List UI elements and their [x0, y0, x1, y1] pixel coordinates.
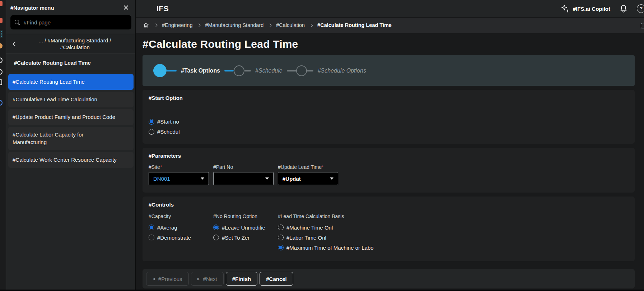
- radio-unselected-icon: [213, 235, 219, 240]
- step-label-schedule-options: #Schedule Options: [318, 68, 366, 74]
- step-dot-schedule[interactable]: [234, 65, 244, 76]
- main-area: IFS #IFS.ai Copilot ?: [136, 0, 644, 290]
- radio-unselected-icon: [149, 235, 154, 240]
- breadcrumb-current: #Calculate Routing Lead Time: [317, 22, 392, 28]
- chevron-right-icon: [154, 23, 158, 27]
- field-site: #Site* DN001: [149, 164, 209, 185]
- no-routing-option-group: #No Routing Option #Leave Unmodifie #Set…: [213, 213, 271, 253]
- radio-maximum-time-of-machine-or-labor[interactable]: #Maximum Time of Machine or Labo: [278, 242, 429, 253]
- nav-item-cumulative-lead-time-calculation[interactable]: #Cumulative Lead Time Calculation: [8, 92, 134, 107]
- bell-icon: [620, 4, 627, 13]
- no-routing-option-label: #No Routing Option: [213, 213, 271, 219]
- page-content: #Calculate Routing Lead Time #Task Optio…: [136, 33, 644, 288]
- next-button[interactable]: ▶ #Next: [191, 272, 224, 286]
- breadcrumb-manufacturing-standard[interactable]: #Manufacturing Standard: [205, 22, 263, 28]
- search-placeholder: #Find page: [24, 19, 51, 26]
- step-connector: [224, 70, 234, 71]
- radio-selected-icon: [149, 225, 154, 230]
- triangle-left-icon: ◀: [153, 277, 155, 281]
- nav-item-calculate-routing-lead-time[interactable]: #Calculate Routing Lead Time: [8, 74, 134, 90]
- step-dot-task-options[interactable]: [153, 64, 167, 77]
- blue-ring-icon[interactable]: [0, 100, 3, 106]
- ring-icon[interactable]: [0, 57, 3, 63]
- radio-unselected-icon: [149, 129, 154, 135]
- breadcrumb: #Engineering #Manufacturing Standard #Ca…: [136, 17, 644, 33]
- part-no-label: #Part No: [213, 164, 274, 170]
- chevron-down-icon: [330, 177, 333, 180]
- navigator-menu-panel: #Navigator menu #Find page ... / #Manufa…: [6, 0, 136, 290]
- controls-title: #Controls: [149, 202, 629, 208]
- part-no-dropdown[interactable]: [213, 172, 274, 185]
- site-dropdown[interactable]: DN001: [149, 172, 209, 185]
- field-part-no: #Part No: [213, 164, 274, 185]
- bottom-edge: [0, 290, 644, 291]
- radio-selected-icon: [149, 119, 154, 125]
- finish-button[interactable]: #Finish: [226, 272, 258, 286]
- radio-machine-time-only[interactable]: #Machine Time Onl: [278, 222, 429, 232]
- nav-item-update-product-family-and-product-code[interactable]: #Update Product Family and Product Code: [8, 109, 134, 125]
- copilot-button[interactable]: #IFS.ai Copilot: [561, 4, 610, 13]
- field-update-lead-time: #Update Lead Time* #Updat: [278, 164, 338, 185]
- page-title: #Calculate Routing Lead Time: [143, 38, 635, 50]
- ifs-logo[interactable]: IFS: [141, 3, 169, 15]
- wizard-stepper: #Task Options #Schedule #Schedule Option…: [143, 55, 635, 86]
- radio-unselected-icon: [278, 235, 284, 240]
- find-page-search-input[interactable]: #Find page: [10, 15, 131, 29]
- radio-start-now[interactable]: #Start no: [149, 117, 629, 126]
- ring-icon[interactable]: [0, 69, 3, 75]
- step-connector: [287, 70, 296, 71]
- wizard-footer: ◀ #Previous ▶ #Next #Finish #Cancel: [143, 269, 635, 288]
- square-icon[interactable]: [0, 79, 2, 85]
- nav-item-calculate-labor-capacity[interactable]: #Calculate Labor Capacity for Manufactur…: [8, 127, 134, 151]
- radio-schedule[interactable]: #Schedul: [149, 127, 629, 137]
- red-tile-icon[interactable]: [0, 1, 3, 6]
- previous-button[interactable]: ◀ #Previous: [146, 272, 189, 286]
- lines-icon[interactable]: [0, 89, 2, 96]
- red-tile-icon[interactable]: [0, 18, 3, 23]
- copilot-label: #IFS.ai Copilot: [573, 6, 610, 12]
- navigator-path-line2: #Calculation: [60, 44, 90, 50]
- step-connector: [307, 70, 313, 71]
- site-value: DN001: [153, 176, 170, 182]
- step-dot-schedule-options[interactable]: [296, 65, 307, 76]
- chevron-right-icon: [268, 23, 272, 27]
- radio-set-to-zero[interactable]: #Set To Zer: [213, 232, 271, 242]
- ifs-logo-text: IFS: [157, 4, 169, 13]
- chevron-right-icon: [197, 23, 201, 27]
- triangle-right-icon: ▶: [197, 277, 200, 281]
- help-icon: ?: [640, 6, 643, 11]
- parameters-section: #Parameters #Site* DN001 #Part No: [143, 148, 635, 193]
- radio-labor-time-only[interactable]: #Labor Time Onl: [278, 232, 429, 242]
- update-lead-time-dropdown[interactable]: #Updat: [278, 172, 338, 185]
- step-label-task-options: #Task Options: [181, 68, 220, 74]
- update-lead-time-label: #Update Lead Time*: [278, 164, 338, 170]
- radio-leave-unmodified[interactable]: #Leave Unmodifie: [213, 222, 271, 232]
- left-icon-rail[interactable]: [0, 0, 6, 290]
- cancel-button[interactable]: #Cancel: [260, 272, 293, 286]
- navigator-path-bar: ... / #Manufacturing Standard / #Calcula…: [6, 34, 135, 54]
- cyan-dots-tile-icon[interactable]: [0, 30, 3, 38]
- sparkles-icon: [561, 4, 570, 13]
- radio-selected-icon: [213, 225, 219, 230]
- chevron-left-icon[interactable]: [13, 42, 17, 46]
- radio-average[interactable]: #Averag: [149, 222, 206, 232]
- navigator-menu-title: #Navigator menu: [10, 5, 54, 11]
- start-option-title: #Start Option: [149, 95, 629, 101]
- update-lead-time-value: #Updat: [283, 176, 301, 182]
- home-icon[interactable]: [143, 22, 149, 28]
- help-button[interactable]: ?: [637, 4, 644, 13]
- clipped-toolbar-icon[interactable]: [641, 23, 644, 28]
- lead-time-calculation-basis-label: #Lead Time Calculation Basis: [278, 213, 429, 219]
- breadcrumb-engineering[interactable]: #Engineering: [162, 22, 192, 28]
- nav-item-calculate-work-center-resource-capacity[interactable]: #Calculate Work Center Resource Capacity: [8, 152, 134, 168]
- radio-selected-icon: [278, 245, 284, 250]
- orange-circle-icon[interactable]: [0, 43, 3, 48]
- breadcrumb-calculation[interactable]: #Calculation: [276, 22, 305, 28]
- capacity-group: #Capacity #Averag #Demonstrate: [149, 213, 206, 253]
- close-icon[interactable]: [122, 4, 130, 11]
- notifications-button[interactable]: [620, 4, 627, 13]
- search-icon: [15, 20, 20, 25]
- required-asterisk: *: [160, 164, 162, 170]
- radio-demonstrate[interactable]: #Demonstrate: [149, 232, 206, 242]
- navigator-item-list: #Calculate Routing Lead Time #Cumulative…: [6, 71, 135, 168]
